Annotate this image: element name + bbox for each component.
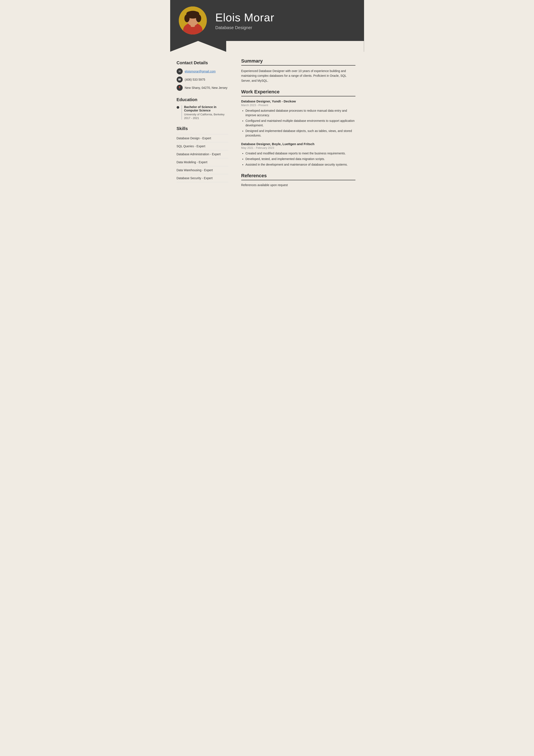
job-bullets-list: Developed automated database processes t… — [241, 108, 355, 138]
email-item: ✉ eloismorar@gmail.com — [177, 68, 228, 74]
email-value[interactable]: eloismorar@gmail.com — [185, 70, 216, 73]
references-section: References References available upon req… — [241, 173, 355, 187]
work-section-title: Work Experience — [241, 89, 355, 96]
references-text: References available upon request — [241, 183, 355, 187]
skill-item: SQL Queries - Expert — [177, 142, 228, 150]
education-section-title: Education — [177, 97, 228, 102]
job-dates: March 2023 - Present — [241, 103, 355, 107]
skill-item: Data Modeling - Expert — [177, 158, 228, 166]
avatar — [179, 7, 207, 35]
job-entry: Database Designer, Yundt - DeckowMarch 2… — [241, 99, 355, 138]
candidate-name: Elois Morar — [216, 11, 274, 24]
header-section: Elois Morar Database Designer — [170, 0, 364, 41]
phone-icon: ☎ — [177, 76, 183, 83]
contact-section-title: Contact Details — [177, 60, 228, 65]
education-item: Bachelor of Science in Computer Science … — [177, 105, 228, 120]
location-icon: 📍 — [177, 85, 183, 91]
job-bullet: Configured and maintained multiple datab… — [245, 119, 355, 128]
address-value: New Shany, 04270, New Jersey — [185, 86, 227, 90]
phone-value: (406) 533 5975 — [185, 78, 205, 81]
job-dates: May 2021 - February 2023 — [241, 146, 355, 149]
header-text-block: Elois Morar Database Designer — [216, 11, 274, 30]
skills-list: Database Design - ExpertSQL Queries - Ex… — [177, 134, 228, 182]
svg-point-7 — [186, 12, 193, 16]
address-item: 📍 New Shany, 04270, New Jersey — [177, 85, 228, 91]
edu-bullet-dot — [177, 106, 179, 109]
summary-section-title: Summary — [241, 58, 355, 66]
job-bullet: Developed, tested, and implemented data … — [245, 157, 355, 161]
skill-item: Data Warehousing - Expert — [177, 166, 228, 174]
main-panel: Summary Experienced Database Designer wi… — [235, 56, 364, 197]
skill-item: Database Administration - Expert — [177, 150, 228, 158]
job-title: Database Designer, Boyle, Luettgen and F… — [241, 142, 355, 146]
job-bullets-list: Created and modified database reports to… — [241, 151, 355, 167]
education-section: Education Bachelor of Science in Compute… — [177, 97, 228, 120]
skills-section-title: Skills — [177, 126, 228, 131]
sidebar: Contact Details ✉ eloismorar@gmail.com ☎… — [170, 56, 235, 197]
skill-item: Database Design - Expert — [177, 134, 228, 142]
email-icon: ✉ — [177, 68, 183, 74]
work-experience-section: Work Experience Database Designer, Yundt… — [241, 89, 355, 167]
resume-container: Elois Morar Database Designer Contact De… — [170, 0, 364, 202]
skills-section: Skills Database Design - ExpertSQL Queri… — [177, 126, 228, 182]
edu-years: 2017 - 2021 — [184, 117, 228, 120]
job-bullet: Designed and implemented database object… — [245, 129, 355, 138]
summary-section: Summary Experienced Database Designer wi… — [241, 58, 355, 83]
edu-content-block: Bachelor of Science in Computer Science … — [181, 105, 228, 120]
edu-degree: Bachelor of Science in Computer Science — [184, 105, 228, 112]
candidate-title: Database Designer — [216, 25, 274, 30]
references-section-title: References — [241, 173, 355, 180]
job-title: Database Designer, Yundt - Deckow — [241, 99, 355, 103]
skill-item: Database Security - Expert — [177, 174, 228, 182]
job-bullet: Assisted in the development and maintena… — [245, 162, 355, 167]
job-entry: Database Designer, Boyle, Luettgen and F… — [241, 142, 355, 167]
job-bullet: Created and modified database reports to… — [245, 151, 355, 156]
jobs-list: Database Designer, Yundt - DeckowMarch 2… — [241, 99, 355, 167]
summary-text: Experienced Database Designer with over … — [241, 68, 355, 83]
contact-section: Contact Details ✉ eloismorar@gmail.com ☎… — [177, 60, 228, 91]
main-content: Contact Details ✉ eloismorar@gmail.com ☎… — [170, 52, 364, 202]
header-arrow-decoration — [170, 41, 364, 52]
phone-item: ☎ (406) 533 5975 — [177, 76, 228, 83]
edu-school: University of California, Berkeley — [184, 113, 228, 116]
job-bullet: Developed automated database processes t… — [245, 108, 355, 118]
svg-point-8 — [193, 12, 199, 16]
